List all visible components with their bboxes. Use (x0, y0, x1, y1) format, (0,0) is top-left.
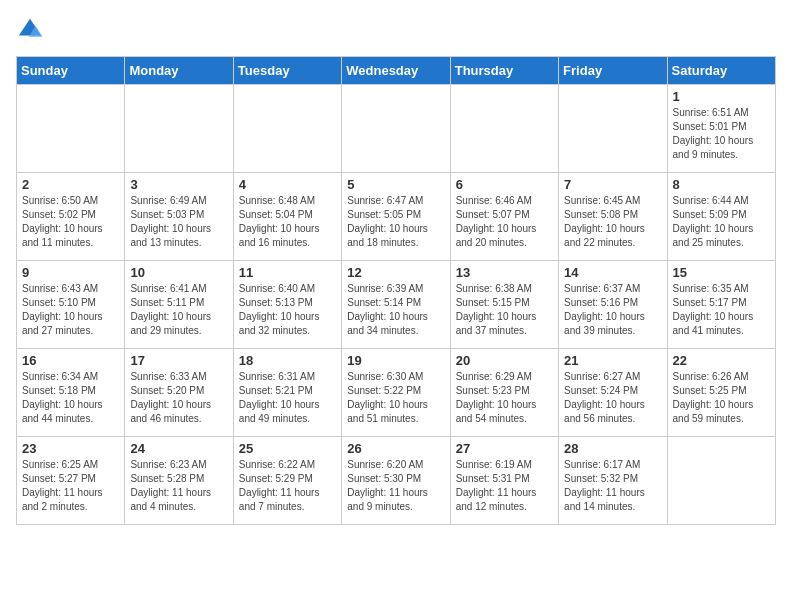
day-info: Sunrise: 6:40 AM Sunset: 5:13 PM Dayligh… (239, 282, 336, 338)
calendar-cell: 9Sunrise: 6:43 AM Sunset: 5:10 PM Daylig… (17, 261, 125, 349)
day-info: Sunrise: 6:43 AM Sunset: 5:10 PM Dayligh… (22, 282, 119, 338)
day-info: Sunrise: 6:29 AM Sunset: 5:23 PM Dayligh… (456, 370, 553, 426)
day-number: 10 (130, 265, 227, 280)
day-number: 2 (22, 177, 119, 192)
logo-icon (16, 16, 44, 44)
calendar-cell (125, 85, 233, 173)
calendar-cell (559, 85, 667, 173)
day-number: 15 (673, 265, 770, 280)
calendar-cell: 1Sunrise: 6:51 AM Sunset: 5:01 PM Daylig… (667, 85, 775, 173)
day-info: Sunrise: 6:17 AM Sunset: 5:32 PM Dayligh… (564, 458, 661, 514)
day-number: 22 (673, 353, 770, 368)
weekday-row: SundayMondayTuesdayWednesdayThursdayFrid… (17, 57, 776, 85)
weekday-header-wednesday: Wednesday (342, 57, 450, 85)
calendar-cell: 23Sunrise: 6:25 AM Sunset: 5:27 PM Dayli… (17, 437, 125, 525)
calendar-cell: 18Sunrise: 6:31 AM Sunset: 5:21 PM Dayli… (233, 349, 341, 437)
calendar-cell (450, 85, 558, 173)
calendar-header: SundayMondayTuesdayWednesdayThursdayFrid… (17, 57, 776, 85)
calendar-cell: 19Sunrise: 6:30 AM Sunset: 5:22 PM Dayli… (342, 349, 450, 437)
calendar-cell: 4Sunrise: 6:48 AM Sunset: 5:04 PM Daylig… (233, 173, 341, 261)
day-info: Sunrise: 6:20 AM Sunset: 5:30 PM Dayligh… (347, 458, 444, 514)
day-info: Sunrise: 6:33 AM Sunset: 5:20 PM Dayligh… (130, 370, 227, 426)
calendar-cell: 27Sunrise: 6:19 AM Sunset: 5:31 PM Dayli… (450, 437, 558, 525)
calendar-cell: 12Sunrise: 6:39 AM Sunset: 5:14 PM Dayli… (342, 261, 450, 349)
day-number: 20 (456, 353, 553, 368)
day-number: 11 (239, 265, 336, 280)
day-number: 26 (347, 441, 444, 456)
calendar-cell: 14Sunrise: 6:37 AM Sunset: 5:16 PM Dayli… (559, 261, 667, 349)
day-info: Sunrise: 6:27 AM Sunset: 5:24 PM Dayligh… (564, 370, 661, 426)
logo (16, 16, 48, 44)
day-number: 3 (130, 177, 227, 192)
day-info: Sunrise: 6:38 AM Sunset: 5:15 PM Dayligh… (456, 282, 553, 338)
day-info: Sunrise: 6:41 AM Sunset: 5:11 PM Dayligh… (130, 282, 227, 338)
weekday-header-saturday: Saturday (667, 57, 775, 85)
calendar-cell: 5Sunrise: 6:47 AM Sunset: 5:05 PM Daylig… (342, 173, 450, 261)
day-info: Sunrise: 6:35 AM Sunset: 5:17 PM Dayligh… (673, 282, 770, 338)
calendar-cell: 11Sunrise: 6:40 AM Sunset: 5:13 PM Dayli… (233, 261, 341, 349)
calendar-cell (233, 85, 341, 173)
calendar-cell: 17Sunrise: 6:33 AM Sunset: 5:20 PM Dayli… (125, 349, 233, 437)
weekday-header-monday: Monday (125, 57, 233, 85)
calendar-cell: 21Sunrise: 6:27 AM Sunset: 5:24 PM Dayli… (559, 349, 667, 437)
day-number: 5 (347, 177, 444, 192)
calendar-cell: 3Sunrise: 6:49 AM Sunset: 5:03 PM Daylig… (125, 173, 233, 261)
week-row-2: 2Sunrise: 6:50 AM Sunset: 5:02 PM Daylig… (17, 173, 776, 261)
calendar-cell: 25Sunrise: 6:22 AM Sunset: 5:29 PM Dayli… (233, 437, 341, 525)
day-number: 9 (22, 265, 119, 280)
calendar-cell: 13Sunrise: 6:38 AM Sunset: 5:15 PM Dayli… (450, 261, 558, 349)
day-info: Sunrise: 6:37 AM Sunset: 5:16 PM Dayligh… (564, 282, 661, 338)
calendar-table: SundayMondayTuesdayWednesdayThursdayFrid… (16, 56, 776, 525)
calendar-cell (17, 85, 125, 173)
day-info: Sunrise: 6:47 AM Sunset: 5:05 PM Dayligh… (347, 194, 444, 250)
day-info: Sunrise: 6:31 AM Sunset: 5:21 PM Dayligh… (239, 370, 336, 426)
day-info: Sunrise: 6:44 AM Sunset: 5:09 PM Dayligh… (673, 194, 770, 250)
day-info: Sunrise: 6:51 AM Sunset: 5:01 PM Dayligh… (673, 106, 770, 162)
day-number: 8 (673, 177, 770, 192)
weekday-header-sunday: Sunday (17, 57, 125, 85)
day-number: 19 (347, 353, 444, 368)
weekday-header-thursday: Thursday (450, 57, 558, 85)
day-number: 17 (130, 353, 227, 368)
day-number: 12 (347, 265, 444, 280)
week-row-3: 9Sunrise: 6:43 AM Sunset: 5:10 PM Daylig… (17, 261, 776, 349)
day-info: Sunrise: 6:23 AM Sunset: 5:28 PM Dayligh… (130, 458, 227, 514)
calendar-cell: 15Sunrise: 6:35 AM Sunset: 5:17 PM Dayli… (667, 261, 775, 349)
day-number: 24 (130, 441, 227, 456)
day-number: 6 (456, 177, 553, 192)
calendar-cell (667, 437, 775, 525)
calendar-cell: 28Sunrise: 6:17 AM Sunset: 5:32 PM Dayli… (559, 437, 667, 525)
calendar-cell: 7Sunrise: 6:45 AM Sunset: 5:08 PM Daylig… (559, 173, 667, 261)
week-row-5: 23Sunrise: 6:25 AM Sunset: 5:27 PM Dayli… (17, 437, 776, 525)
day-number: 21 (564, 353, 661, 368)
calendar-cell: 10Sunrise: 6:41 AM Sunset: 5:11 PM Dayli… (125, 261, 233, 349)
day-info: Sunrise: 6:22 AM Sunset: 5:29 PM Dayligh… (239, 458, 336, 514)
day-info: Sunrise: 6:39 AM Sunset: 5:14 PM Dayligh… (347, 282, 444, 338)
week-row-1: 1Sunrise: 6:51 AM Sunset: 5:01 PM Daylig… (17, 85, 776, 173)
day-number: 16 (22, 353, 119, 368)
day-number: 1 (673, 89, 770, 104)
calendar-body: 1Sunrise: 6:51 AM Sunset: 5:01 PM Daylig… (17, 85, 776, 525)
day-info: Sunrise: 6:49 AM Sunset: 5:03 PM Dayligh… (130, 194, 227, 250)
day-number: 13 (456, 265, 553, 280)
day-number: 14 (564, 265, 661, 280)
calendar-cell: 24Sunrise: 6:23 AM Sunset: 5:28 PM Dayli… (125, 437, 233, 525)
day-number: 25 (239, 441, 336, 456)
day-info: Sunrise: 6:30 AM Sunset: 5:22 PM Dayligh… (347, 370, 444, 426)
day-info: Sunrise: 6:25 AM Sunset: 5:27 PM Dayligh… (22, 458, 119, 514)
day-info: Sunrise: 6:50 AM Sunset: 5:02 PM Dayligh… (22, 194, 119, 250)
calendar-cell: 20Sunrise: 6:29 AM Sunset: 5:23 PM Dayli… (450, 349, 558, 437)
weekday-header-friday: Friday (559, 57, 667, 85)
day-info: Sunrise: 6:26 AM Sunset: 5:25 PM Dayligh… (673, 370, 770, 426)
day-number: 7 (564, 177, 661, 192)
week-row-4: 16Sunrise: 6:34 AM Sunset: 5:18 PM Dayli… (17, 349, 776, 437)
calendar-cell: 26Sunrise: 6:20 AM Sunset: 5:30 PM Dayli… (342, 437, 450, 525)
day-number: 4 (239, 177, 336, 192)
calendar-cell: 8Sunrise: 6:44 AM Sunset: 5:09 PM Daylig… (667, 173, 775, 261)
calendar-cell: 6Sunrise: 6:46 AM Sunset: 5:07 PM Daylig… (450, 173, 558, 261)
day-number: 18 (239, 353, 336, 368)
day-number: 28 (564, 441, 661, 456)
day-info: Sunrise: 6:19 AM Sunset: 5:31 PM Dayligh… (456, 458, 553, 514)
day-number: 27 (456, 441, 553, 456)
page-header (16, 16, 776, 44)
